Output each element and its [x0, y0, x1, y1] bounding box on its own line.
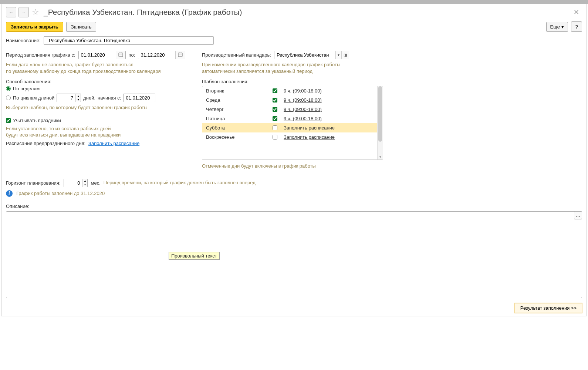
day-checkbox[interactable] — [273, 125, 277, 130]
more-label: Еще — [550, 24, 560, 30]
calendar-from-button[interactable] — [116, 51, 125, 59]
scroll-down-icon: ▾ — [378, 155, 383, 159]
cycle-length-input[interactable] — [57, 94, 75, 102]
description-textarea[interactable] — [6, 211, 582, 298]
day-check-wrap — [273, 135, 280, 139]
method-by-weeks-radio[interactable] — [6, 86, 11, 91]
day-schedule-link[interactable]: 9 ч. (09:00-18:00) — [284, 116, 322, 121]
template-label: Шаблон заполнения: — [202, 79, 582, 84]
fill-result-button[interactable]: Результат заполнения >> — [515, 303, 582, 313]
page-title: _Республика Узбекистан. Пятидневка (Граф… — [44, 8, 242, 17]
description-tooltip: Произвольный текст — [169, 252, 220, 260]
arrow-left-icon: ← — [9, 10, 14, 15]
day-name: Вторник — [206, 88, 269, 94]
calendar-open-button[interactable]: ◨ — [341, 51, 349, 59]
holidays-hint-2: будут исключаться дни, выпадающие на пра… — [6, 132, 191, 138]
calendar-label: Производственный календарь: — [202, 52, 271, 58]
period-from-label: Период заполнения графика с: — [6, 52, 75, 58]
horizon-label: Горизонт планирования: — [6, 180, 61, 186]
info-icon: i — [6, 190, 13, 197]
table-row[interactable]: СубботаЗаполнить расписание — [202, 123, 383, 132]
description-expand-button[interactable]: … — [574, 211, 582, 219]
table-row[interactable]: Вторник9 ч. (09:00-18:00) — [202, 86, 383, 95]
horizon-down-button[interactable]: ▼ — [83, 183, 88, 186]
favorite-star-icon[interactable]: ☆ — [31, 8, 40, 17]
day-check-wrap — [273, 116, 280, 121]
scrollbar[interactable]: ▾ — [377, 86, 383, 159]
cycle-down-button[interactable]: ▼ — [76, 98, 81, 101]
horizon-months: мес. — [91, 180, 100, 186]
day-schedule-link[interactable]: Заполнить расписание — [284, 134, 335, 140]
day-check-wrap — [273, 107, 280, 112]
holidays-label: Учитывать праздники — [13, 118, 61, 123]
day-name: Пятница — [206, 116, 269, 121]
holidays-hint-1: Если установлено, то из состава рабочих … — [6, 125, 191, 132]
day-template-table[interactable]: Вторник9 ч. (09:00-18:00)Среда9 ч. (09:0… — [202, 86, 383, 160]
starting-label: начиная с: — [98, 95, 121, 101]
days-label: дней, — [83, 95, 95, 101]
calendar-icon — [118, 52, 123, 58]
day-checkbox[interactable] — [273, 135, 277, 139]
period-to-label: по: — [129, 52, 135, 58]
cycle-start-input[interactable] — [124, 94, 155, 102]
day-checkbox[interactable] — [273, 116, 277, 121]
calendar-hint-2: автоматически заполняется за указанный п… — [202, 68, 582, 75]
day-schedule-link[interactable]: 9 ч. (09:00-18:00) — [284, 97, 322, 103]
day-schedule-link[interactable]: 9 ч. (09:00-18:00) — [284, 88, 322, 94]
fill-preholiday-link[interactable]: Заполнить расписание — [88, 141, 139, 146]
day-name: Суббота — [206, 125, 269, 131]
table-row[interactable]: Пятница9 ч. (09:00-18:00) — [202, 114, 383, 123]
scroll-thumb[interactable] — [378, 86, 382, 142]
day-checkbox[interactable] — [273, 98, 277, 102]
period-hint-2: по указанному шаблону до конца года прои… — [6, 68, 191, 75]
nav-forward-button[interactable]: → — [18, 7, 29, 17]
preholiday-label: Расписание предпраздничного дня: — [6, 141, 85, 146]
day-checkbox[interactable] — [273, 88, 277, 93]
name-label: Наименование: — [6, 38, 41, 43]
method-by-cycles-radio[interactable] — [6, 95, 11, 100]
day-check-wrap — [273, 98, 280, 102]
save-close-button[interactable]: Записать и закрыть — [6, 22, 63, 32]
horizon-input[interactable] — [64, 179, 82, 187]
method-by-weeks-label: По неделям — [13, 86, 40, 91]
more-button[interactable]: Еще ▾ — [546, 22, 568, 32]
calendar-icon — [178, 52, 183, 58]
save-button[interactable]: Записать — [66, 22, 97, 32]
horizon-hint: Период времени, на который график должен… — [104, 179, 256, 186]
day-name: Воскресенье — [206, 134, 269, 140]
horizon-up-button[interactable]: ▲ — [83, 179, 88, 183]
day-check-wrap — [273, 125, 280, 130]
table-row[interactable]: Четверг9 ч. (09:00-18:00) — [202, 105, 383, 114]
template-hint: Отмеченные дни будут включены в график р… — [202, 163, 582, 169]
chevron-down-icon: ▾ — [338, 53, 339, 57]
holidays-checkbox[interactable] — [6, 118, 11, 123]
calendar-input[interactable] — [274, 51, 335, 59]
info-text: График работы заполнен до 31.12.2020 — [16, 190, 105, 197]
svg-rect-4 — [178, 53, 182, 57]
day-check-wrap — [273, 88, 280, 93]
day-schedule-link[interactable]: 9 ч. (09:00-18:00) — [284, 107, 322, 112]
calendar-dropdown-button[interactable]: ▾ — [335, 51, 341, 59]
chevron-down-icon: ▾ — [561, 24, 564, 30]
method-label: Способ заполнения: — [6, 79, 191, 84]
method-by-cycles-label: По циклам длиной — [13, 95, 54, 101]
day-checkbox[interactable] — [273, 107, 277, 112]
day-name: Четверг — [206, 107, 269, 112]
arrow-right-icon: → — [21, 10, 26, 15]
name-input[interactable] — [44, 36, 214, 45]
help-button[interactable]: ? — [571, 21, 582, 32]
day-schedule-link[interactable]: Заполнить расписание — [284, 125, 335, 131]
table-row[interactable]: Среда9 ч. (09:00-18:00) — [202, 95, 383, 105]
calendar-to-button[interactable] — [175, 51, 185, 59]
method-hint: Выберите шаблон, по которому будет запол… — [6, 104, 191, 111]
table-row[interactable]: ВоскресеньеЗаполнить расписание — [202, 132, 383, 142]
svg-rect-0 — [119, 53, 123, 57]
nav-back-button[interactable]: ← — [6, 7, 16, 17]
cycle-up-button[interactable]: ▲ — [76, 94, 81, 98]
period-to-input[interactable] — [138, 51, 175, 59]
open-icon: ◨ — [344, 53, 347, 57]
day-name: Среда — [206, 97, 269, 103]
close-button[interactable]: ✕ — [571, 7, 582, 18]
period-from-input[interactable] — [79, 51, 116, 59]
calendar-hint-1: При изменении производственного календар… — [202, 61, 582, 68]
